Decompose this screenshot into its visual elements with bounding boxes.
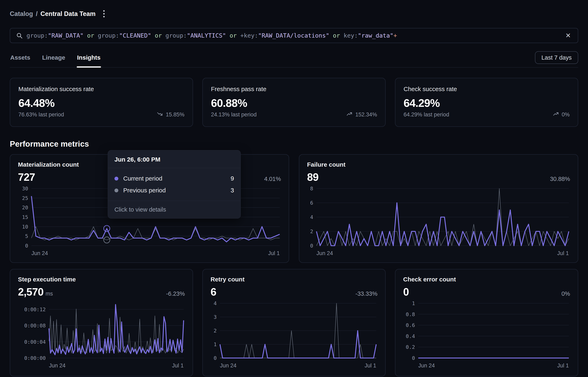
svg-text:0:00:08: 0:00:08 xyxy=(24,323,46,329)
chart-value: 727 xyxy=(18,171,35,183)
metric-card-freshness-pass-rate: Freshness pass rate 60.88% 24.13% last p… xyxy=(202,78,386,127)
chart-change-percent: 0% xyxy=(562,290,570,297)
tooltip-footer-hint: Click to view details xyxy=(108,201,241,218)
svg-text:0:00:00: 0:00:00 xyxy=(24,355,46,360)
metric-trend-value: 15.85% xyxy=(166,111,184,118)
search-icon xyxy=(16,32,23,39)
svg-text:10: 10 xyxy=(22,224,28,230)
trend-up-icon xyxy=(553,111,559,119)
metric-title: Check success rate xyxy=(404,86,570,93)
tab-assets[interactable]: Assets xyxy=(10,51,31,67)
time-range-button[interactable]: Last 7 days xyxy=(535,51,578,64)
tab-lineage[interactable]: Lineage xyxy=(42,51,66,67)
search-input[interactable]: group:"RAW_DATA" or group:"CLEANED" or g… xyxy=(10,28,578,43)
chart-change-percent: 30.88% xyxy=(550,176,570,182)
chart-change-percent: -6.23% xyxy=(166,290,185,297)
x-axis-end-label: Jul 1 xyxy=(557,250,569,257)
chart-title: Retry count xyxy=(211,276,377,283)
svg-text:3: 3 xyxy=(214,314,217,320)
x-axis-end-label: Jul 1 xyxy=(557,363,569,369)
x-axis-labels: Jun 24 Jul 1 xyxy=(18,363,185,369)
x-axis-start-label: Jun 24 xyxy=(49,363,66,369)
svg-text:5: 5 xyxy=(25,233,28,239)
chart-title: Failure count xyxy=(307,161,570,168)
chart-change-percent: 4.01% xyxy=(264,176,281,182)
line-chart-retry-count[interactable]: 01234 xyxy=(211,301,377,360)
chart-card-step-execution-time[interactable]: Step execution time 2,570ms -6.23% 0:00:… xyxy=(10,269,193,376)
svg-text:0:00:12: 0:00:12 xyxy=(24,306,46,312)
line-chart-check-error-count[interactable]: 00.20.40.60.81 xyxy=(403,301,570,360)
metric-summary-row: Materialization success rate 64.48% 76.6… xyxy=(10,78,578,127)
section-title-performance-metrics: Performance metrics xyxy=(10,140,578,148)
svg-text:0.4: 0.4 xyxy=(406,333,415,339)
metric-value: 64.48% xyxy=(18,97,184,109)
chart-value: 6 xyxy=(211,286,216,298)
chart-value: 0 xyxy=(403,286,409,298)
chart-card-check-error-count[interactable]: Check error count 0 0% 00.20.40.60.81 Ju… xyxy=(395,269,578,376)
x-axis-labels: Jun 24 Jul 1 xyxy=(307,250,570,257)
tab-bar: Assets Lineage Insights Last 7 days xyxy=(10,51,578,68)
chart-title: Step execution time xyxy=(18,276,185,283)
tab-insights[interactable]: Insights xyxy=(77,51,101,67)
trend-up-icon xyxy=(346,111,353,119)
svg-text:4: 4 xyxy=(310,214,313,220)
metric-value: 60.88% xyxy=(211,97,377,109)
kebab-menu-icon[interactable] xyxy=(102,9,106,19)
svg-text:0:00:04: 0:00:04 xyxy=(24,339,46,345)
breadcrumb-catalog-link[interactable]: Catalog xyxy=(10,10,33,18)
x-axis-labels: Jun 24 Jul 1 xyxy=(18,250,281,257)
svg-text:2: 2 xyxy=(310,229,313,235)
breadcrumb-current: Central Data Team xyxy=(40,10,96,18)
svg-text:0: 0 xyxy=(412,355,415,360)
breadcrumb-separator: / xyxy=(36,10,38,18)
metric-value: 64.29% xyxy=(404,97,570,109)
x-axis-end-label: Jul 1 xyxy=(365,363,376,369)
breadcrumb: Catalog / Central Data Team xyxy=(10,0,578,19)
previous-period-dot xyxy=(114,188,118,192)
chart-card-failure-count[interactable]: Failure count 89 30.88% 02468 Jun 24 Jul… xyxy=(299,154,578,263)
svg-text:0: 0 xyxy=(214,355,217,360)
svg-text:2: 2 xyxy=(214,328,217,334)
svg-text:0: 0 xyxy=(25,243,28,248)
svg-text:0.6: 0.6 xyxy=(406,322,415,328)
metric-trend-value: 0% xyxy=(562,111,570,118)
metric-last-period: 64.29% last period xyxy=(404,111,449,118)
svg-text:15: 15 xyxy=(22,214,28,220)
x-axis-labels: Jun 24 Jul 1 xyxy=(211,363,377,369)
metric-title: Materialization success rate xyxy=(18,86,184,93)
x-axis-end-label: Jul 1 xyxy=(268,250,280,257)
metric-trend-value: 152.34% xyxy=(355,111,377,118)
chart-value: 2,570 xyxy=(18,286,44,298)
clear-search-icon[interactable]: ✕ xyxy=(564,31,572,40)
metric-title: Freshness pass rate xyxy=(211,86,377,93)
trend-down-icon xyxy=(157,111,163,119)
search-query-text: group:"RAW_DATA" or group:"CLEANED" or g… xyxy=(26,32,564,39)
svg-text:1: 1 xyxy=(412,301,415,306)
current-period-dot xyxy=(114,177,118,180)
tooltip-timestamp: Jun 26, 6:00 PM xyxy=(108,150,241,168)
svg-text:30: 30 xyxy=(22,187,28,192)
chart-unit: ms xyxy=(45,291,53,297)
x-axis-start-label: Jun 24 xyxy=(418,363,435,369)
x-axis-start-label: Jun 24 xyxy=(316,250,333,257)
line-chart-failure-count[interactable]: 02468 xyxy=(307,187,570,248)
tooltip-row-current-period: Current period 9 xyxy=(114,173,234,184)
chart-change-percent: -33.33% xyxy=(355,290,377,297)
svg-text:0.2: 0.2 xyxy=(406,344,415,350)
x-axis-end-label: Jul 1 xyxy=(172,363,184,369)
chart-card-retry-count[interactable]: Retry count 6 -33.33% 01234 Jun 24 Jul 1 xyxy=(202,269,386,376)
svg-text:1: 1 xyxy=(214,342,217,347)
metric-last-period: 24.13% last period xyxy=(211,111,257,118)
svg-text:0.8: 0.8 xyxy=(406,311,415,317)
svg-text:25: 25 xyxy=(22,195,28,201)
insights-page: Catalog / Central Data Team group:"RAW_D… xyxy=(0,0,588,377)
x-axis-start-label: Jun 24 xyxy=(220,363,236,369)
chart-title: Check error count xyxy=(403,276,570,283)
svg-text:0: 0 xyxy=(310,243,313,248)
svg-text:20: 20 xyxy=(22,205,28,211)
svg-text:4: 4 xyxy=(214,301,217,306)
metric-last-period: 76.63% last period xyxy=(18,111,64,118)
chart-hover-tooltip: Jun 26, 6:00 PM Current period 9 Previou… xyxy=(108,150,241,219)
line-chart-step-execution-time[interactable]: 0:00:000:00:040:00:080:00:12 xyxy=(18,301,185,360)
svg-text:6: 6 xyxy=(310,200,313,206)
